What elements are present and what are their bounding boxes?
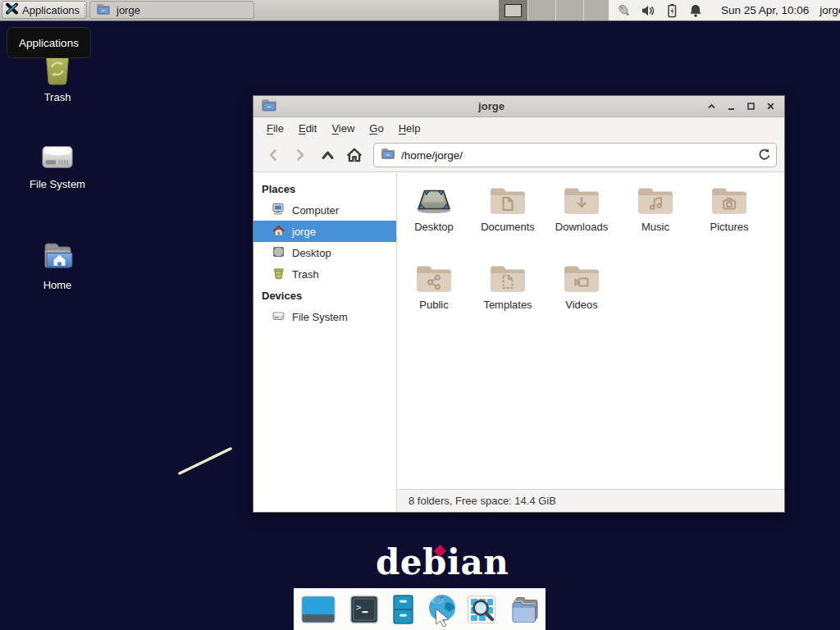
folder-public[interactable]: Public [397,262,471,340]
sidebar-item-desktop[interactable]: Desktop [253,242,396,263]
applications-menu-button[interactable]: Applications [2,1,87,19]
music-folder-icon [636,184,675,217]
terminal-icon[interactable]: > [348,593,381,626]
taskbar-window-label: jorge [116,4,140,16]
folder-desktop[interactable]: Desktop [397,184,471,262]
workspace-window-miniature [504,4,522,17]
workspace-4[interactable] [583,0,611,21]
folder-music[interactable]: Music [619,184,692,262]
sidebar-item-label: jorge [292,226,316,238]
window-folder-icon [261,98,277,115]
taskbar-window-button[interactable]: jorge [89,1,254,19]
minimize-button[interactable] [725,100,737,112]
main-column: Desktop Documents [397,172,784,512]
sidebar-item-file-system[interactable]: File System [253,306,396,327]
workspace-3[interactable] [555,0,583,21]
close-button[interactable] [765,100,777,112]
path-bar[interactable] [373,143,777,167]
desktop-mini-icon [272,245,285,261]
input-device-icon[interactable] [617,3,632,18]
up-button[interactable] [315,143,340,167]
web-browser-icon[interactable] [425,592,459,627]
desktop-icon-label: File System [30,178,85,190]
templates-folder-icon [488,262,527,294]
forward-button[interactable] [288,143,313,167]
sidebar-places-header: Places [253,178,396,199]
folder-label: Public [419,299,448,311]
desktop: Applications jorge [0,0,840,630]
application-finder-icon[interactable] [465,593,498,626]
panel-handle[interactable] [84,4,87,17]
desktop-icon [414,184,454,217]
sidebar-item-trash[interactable]: Trash [253,263,396,285]
file-grid: Desktop Documents [397,172,784,489]
panel-user-label[interactable]: jorge [819,4,840,16]
toolbar [253,139,784,172]
workspace-2[interactable] [527,0,555,21]
sidebar-item-computer[interactable]: Computer [253,199,396,221]
home-icon [272,224,285,240]
applications-menu-label: Applications [22,4,80,16]
file-manager-icon[interactable] [386,593,419,626]
sidebar-item-label: Desktop [292,247,331,259]
workspace-1[interactable] [499,0,527,21]
menu-file[interactable]: File [259,120,291,137]
sidebar-item-jorge[interactable]: jorge [253,221,396,242]
maximize-button[interactable] [745,100,757,112]
shade-button[interactable] [705,100,718,112]
notifications-bell-icon[interactable] [688,3,703,18]
menubar: File Edit View Go Help [253,117,784,139]
sidebar-item-label: Computer [292,204,339,217]
folder-downloads[interactable]: Downloads [545,184,619,262]
folder-label: Downloads [555,221,608,233]
debian-logo: debian [376,542,509,582]
trash-mini-icon [272,267,285,282]
folder-videos[interactable]: Videos [545,262,619,340]
back-button[interactable] [261,143,285,167]
desktop-icon-label: Home [43,279,72,291]
volume-icon[interactable] [641,3,655,18]
menu-go[interactable]: Go [362,120,390,137]
xorg-logo-icon [6,2,18,17]
desktop-icon-label: Trash [44,91,71,103]
dock: > [294,588,546,630]
videos-folder-icon [562,262,601,294]
harddrive-icon [38,139,77,174]
folder-label: Pictures [710,221,749,233]
folder-label: Desktop [414,221,454,233]
folder-documents[interactable]: Documents [471,184,545,262]
applications-tooltip: Applications [7,27,91,58]
folder-pictures[interactable]: Pictures [692,184,766,262]
desktop-icon-home[interactable]: Home [15,239,100,291]
folder-label: Templates [483,299,532,311]
window-controls [705,100,777,112]
show-desktop-icon[interactable] [300,593,336,626]
computer-icon [272,203,285,218]
sidebar-item-label: Trash [292,268,319,281]
directory-menu-icon[interactable] [509,593,542,626]
pictures-folder-icon [710,184,749,217]
home-folder-icon [38,239,77,275]
window-titlebar[interactable]: jorge [253,96,784,117]
window-title: jorge [277,100,705,112]
sidebar-devices-header: Devices [253,285,396,306]
stray-line-artifact [176,443,238,480]
menu-edit[interactable]: Edit [291,120,324,137]
folder-label: Videos [565,299,598,311]
home-button[interactable] [342,143,367,167]
statusbar-text: 8 folders, Free space: 14.4 GiB [409,495,556,507]
menu-help[interactable]: Help [391,120,428,137]
window-body: Places Computer [253,172,784,512]
menu-view[interactable]: View [324,120,362,137]
reload-icon[interactable] [757,147,771,164]
folder-label: Documents [481,221,535,233]
workspace-pager [499,0,611,21]
folder-icon [96,3,111,17]
folder-templates[interactable]: Templates [471,262,545,340]
desktop-icon-file-system[interactable]: File System [15,139,100,190]
panel-clock[interactable]: Sun 25 Apr, 10:06 [721,4,809,16]
path-input[interactable] [401,149,751,162]
folder-label: Music [641,221,669,233]
harddrive-mini-icon [272,309,285,325]
battery-charging-icon[interactable] [664,3,679,18]
